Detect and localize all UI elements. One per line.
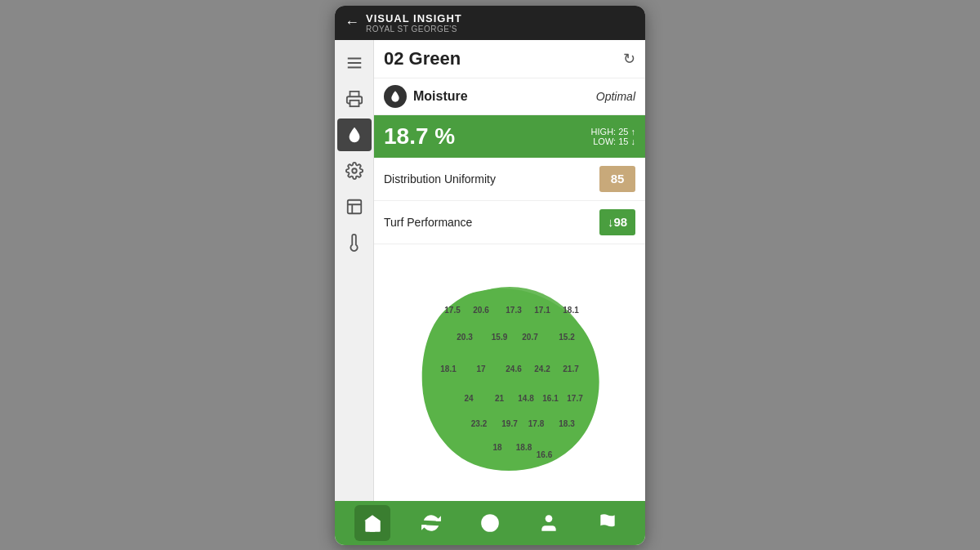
nav-profile[interactable] bbox=[531, 505, 567, 541]
sidebar-item-settings[interactable] bbox=[337, 154, 372, 187]
high-low: HIGH: 25 ↑ LOW: 15 ↓ bbox=[591, 127, 635, 146]
data-point: 18.1 bbox=[563, 305, 578, 314]
turf-value: ↓98 bbox=[599, 209, 635, 235]
sidebar-item-temp[interactable] bbox=[337, 226, 372, 259]
sidebar-item-moisture[interactable] bbox=[337, 118, 372, 151]
data-point: 18.1 bbox=[440, 364, 456, 373]
metric-row-turf[interactable]: Turf Performance ↓98 bbox=[374, 201, 645, 244]
svg-rect-3 bbox=[350, 100, 359, 105]
data-point: 18.8 bbox=[516, 442, 532, 451]
data-point: 17.8 bbox=[528, 418, 544, 427]
data-point: 20.7 bbox=[522, 333, 537, 342]
main-area: 02 Green ↻ Moisture Optimal bbox=[335, 40, 645, 501]
data-point: 18 bbox=[492, 442, 501, 451]
data-point: 17.1 bbox=[534, 305, 550, 314]
nav-help[interactable] bbox=[472, 505, 508, 541]
app-subtitle: ROYAL ST GEORGE'S bbox=[366, 25, 462, 34]
data-point: 15.9 bbox=[492, 333, 507, 342]
moisture-card: Moisture Optimal 18.7 % HIGH: 25 ↑ LOW: … bbox=[374, 78, 645, 158]
data-point: 15.2 bbox=[559, 333, 574, 342]
data-point: 20.6 bbox=[473, 305, 488, 314]
svg-rect-5 bbox=[347, 199, 361, 213]
data-point: 24.6 bbox=[506, 364, 521, 373]
bottom-nav bbox=[335, 501, 645, 545]
distribution-value: 85 bbox=[599, 166, 635, 192]
data-point: 17.7 bbox=[567, 393, 582, 402]
moisture-icon bbox=[384, 85, 407, 108]
refresh-button[interactable]: ↻ bbox=[623, 50, 635, 68]
data-point: 23.2 bbox=[471, 418, 487, 427]
moisture-status: Optimal bbox=[596, 90, 635, 103]
nav-sync[interactable] bbox=[413, 505, 449, 541]
data-point: 18.3 bbox=[559, 418, 574, 427]
high-value: HIGH: 25 ↑ bbox=[591, 127, 635, 136]
app-title: VISUAL INSIGHT bbox=[366, 12, 462, 25]
header-title-block: VISUAL INSIGHT ROYAL ST GEORGE'S bbox=[366, 12, 462, 34]
distribution-label: Distribution Uniformity bbox=[384, 172, 496, 186]
sidebar-item-storage[interactable] bbox=[337, 190, 372, 223]
data-point: 24.2 bbox=[534, 364, 550, 373]
data-point: 14.8 bbox=[518, 393, 533, 402]
data-point: 17.5 bbox=[444, 305, 460, 314]
data-point: 24 bbox=[464, 393, 473, 402]
green-title-bar: 02 Green ↻ bbox=[374, 40, 645, 78]
sidebar-item-menu[interactable] bbox=[337, 47, 372, 79]
top-header: ← VISUAL INSIGHT ROYAL ST GEORGE'S bbox=[335, 6, 645, 40]
svg-point-11 bbox=[546, 515, 553, 522]
back-button[interactable]: ← bbox=[345, 14, 359, 31]
green-blob: 17.520.617.317.118.120.315.920.715.218.1… bbox=[408, 275, 612, 471]
data-point: 21 bbox=[495, 393, 504, 402]
green-title: 02 Green bbox=[384, 48, 461, 69]
turf-label: Turf Performance bbox=[384, 216, 472, 229]
data-point: 17.3 bbox=[506, 305, 521, 314]
sidebar bbox=[335, 40, 374, 501]
data-point: 16.6 bbox=[537, 450, 552, 459]
moisture-header: Moisture Optimal bbox=[374, 78, 645, 115]
phone-container: ← VISUAL INSIGHT ROYAL ST GEORGE'S bbox=[335, 6, 645, 545]
data-points: 17.520.617.317.118.120.315.920.715.218.1… bbox=[408, 275, 612, 471]
data-point: 16.1 bbox=[542, 393, 558, 402]
moisture-title-group: Moisture bbox=[384, 85, 468, 108]
svg-point-4 bbox=[352, 168, 357, 173]
map-area: 17.520.617.317.118.120.315.920.715.218.1… bbox=[374, 244, 645, 501]
sidebar-item-print[interactable] bbox=[337, 83, 372, 115]
value-bar: 18.7 % HIGH: 25 ↑ LOW: 15 ↓ bbox=[374, 115, 645, 158]
data-point: 19.7 bbox=[501, 418, 517, 427]
content-area: 02 Green ↻ Moisture Optimal bbox=[374, 40, 645, 501]
data-point: 17 bbox=[476, 364, 485, 373]
moisture-value: 18.7 % bbox=[384, 123, 455, 150]
nav-flag[interactable] bbox=[590, 505, 626, 541]
metric-row-distribution[interactable]: Distribution Uniformity 85 bbox=[374, 158, 645, 201]
nav-home[interactable] bbox=[354, 505, 390, 541]
moisture-label: Moisture bbox=[413, 89, 468, 104]
data-point: 21.7 bbox=[563, 364, 578, 373]
data-point: 20.3 bbox=[457, 333, 472, 342]
low-value: LOW: 15 ↓ bbox=[593, 136, 635, 146]
